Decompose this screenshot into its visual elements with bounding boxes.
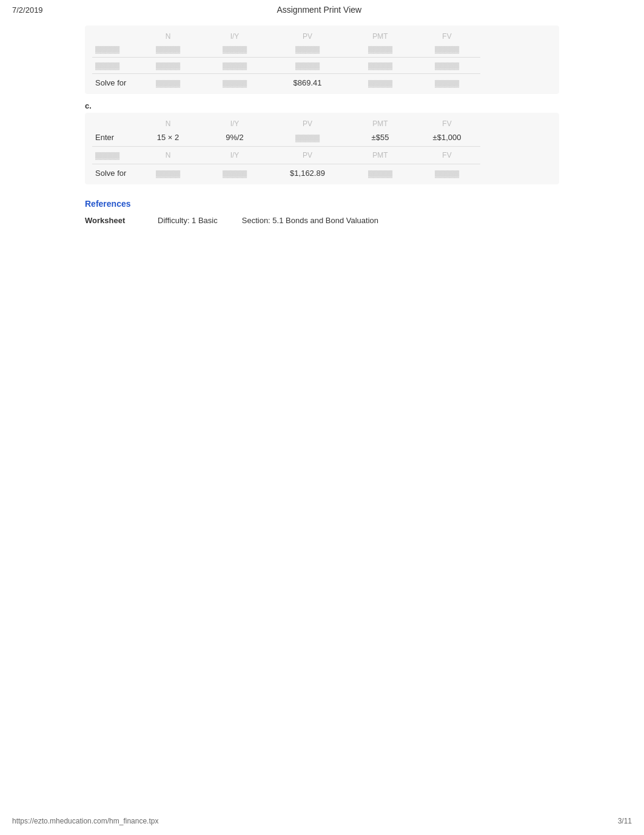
page-footer: https://ezto.mheducation.com/hm_finance.… [0, 817, 644, 825]
solve-iy-c: ▓▓▓▓▓ [201, 168, 268, 179]
col-header-fv-c: FV [414, 118, 480, 130]
section-c-letter: c. [85, 101, 559, 110]
references-title: References [85, 199, 559, 209]
col-label-empty-a [92, 35, 135, 38]
solve-pmt-c: ▓▓▓▓▓ [347, 168, 414, 179]
col-label-empty-c [92, 122, 135, 126]
blurred-fv-a: ▓▓▓▓▓ [414, 44, 480, 55]
blurred-fv2-a: ▓▓▓▓▓ [414, 60, 480, 71]
section-a-block: N I/Y PV PMT FV ▓▓▓▓▓ ▓▓▓▓▓ ▓▓▓▓▓ ▓▓▓▓▓ … [85, 25, 559, 94]
col-header-fv-a: FV [414, 30, 480, 42]
enter-pmt-c: ±$55 [347, 131, 414, 144]
solve-pv-a: $869.41 [268, 76, 347, 89]
col-header-n-a: N [135, 30, 201, 42]
footer-url: https://ezto.mheducation.com/hm_finance.… [12, 817, 158, 825]
solve-pmt-a: ▓▓▓▓▓ [347, 78, 414, 89]
enter-label-c: Enter [92, 131, 135, 144]
col-header-n-c: N [135, 118, 201, 130]
references-section: References Worksheet Difficulty: 1 Basic… [85, 199, 559, 225]
solve-iy-a: ▓▓▓▓▓ [201, 78, 268, 89]
solve-label-a: Solve for [92, 76, 135, 89]
blurred-n2-c: N [135, 149, 201, 161]
references-row: Worksheet Difficulty: 1 Basic Section: 5… [85, 216, 559, 225]
page-title: Assignment Print View [43, 5, 595, 15]
solve-pv-c: $1,162.89 [268, 167, 347, 179]
solve-label-c: Solve for [92, 167, 135, 179]
footer-page: 3/11 [618, 817, 632, 825]
blurred-iy2-c: I/Y [201, 149, 268, 161]
separator-a [92, 57, 480, 58]
blurred-pmt2-a: ▓▓▓▓▓ [347, 60, 414, 71]
section-label: Section: 5.1 Bonds and Bond Valuation [242, 216, 378, 225]
col-header-iy-c: I/Y [201, 118, 268, 130]
worksheet-label: Worksheet [85, 216, 133, 225]
blurred-iy2-a: ▓▓▓▓▓ [201, 60, 268, 71]
enter-pv-c: ▓▓▓▓▓ [268, 132, 347, 143]
section-a-calculator: N I/Y PV PMT FV ▓▓▓▓▓ ▓▓▓▓▓ ▓▓▓▓▓ ▓▓▓▓▓ … [85, 25, 559, 94]
col-header-pv-c: PV [268, 118, 347, 130]
blurred-row-label2-c: ▓▓▓▓▓ [92, 150, 135, 161]
col-header-pv-a: PV [268, 30, 347, 42]
col-header-pmt-c: PMT [347, 118, 414, 130]
blurred-pmt-a: ▓▓▓▓▓ [347, 44, 414, 55]
solve-n-c: ▓▓▓▓▓ [135, 168, 201, 179]
solve-n-a: ▓▓▓▓▓ [135, 78, 201, 89]
enter-n-c: 15 × 2 [135, 131, 201, 144]
date-label: 7/2/2019 [12, 5, 43, 15]
separator-c1 [92, 146, 480, 147]
col-header-pmt-a: PMT [347, 30, 414, 42]
blurred-row-label-a: ▓▓▓▓▓ [92, 44, 135, 55]
separator-c2 [92, 164, 480, 164]
blurred-n2-a: ▓▓▓▓▓ [135, 60, 201, 71]
enter-iy-c: 9%/2 [201, 131, 268, 144]
blurred-row-label2-a: ▓▓▓▓▓ [92, 60, 135, 71]
blurred-pv-a: ▓▓▓▓▓ [268, 44, 347, 55]
blurred-pmt2-c: PMT [347, 149, 414, 161]
solve-fv-c: ▓▓▓▓▓ [414, 168, 480, 179]
col-header-iy-a: I/Y [201, 30, 268, 42]
blurred-pv2-c: PV [268, 149, 347, 161]
blurred-iy-a: ▓▓▓▓▓ [201, 44, 268, 55]
enter-fv-c: ±$1,000 [414, 131, 480, 144]
blurred-n-a: ▓▓▓▓▓ [135, 44, 201, 55]
section-c-block: c. N I/Y PV PMT FV Enter 15 × 2 9%/2 ▓▓▓… [85, 101, 559, 184]
difficulty-label: Difficulty: 1 Basic [158, 216, 218, 225]
section-c-calculator: N I/Y PV PMT FV Enter 15 × 2 9%/2 ▓▓▓▓▓ … [85, 113, 559, 184]
blurred-pv2-a: ▓▓▓▓▓ [268, 60, 347, 71]
separator-a2 [92, 73, 480, 74]
blurred-fv2-c: FV [414, 149, 480, 161]
solve-fv-a: ▓▓▓▓▓ [414, 78, 480, 89]
